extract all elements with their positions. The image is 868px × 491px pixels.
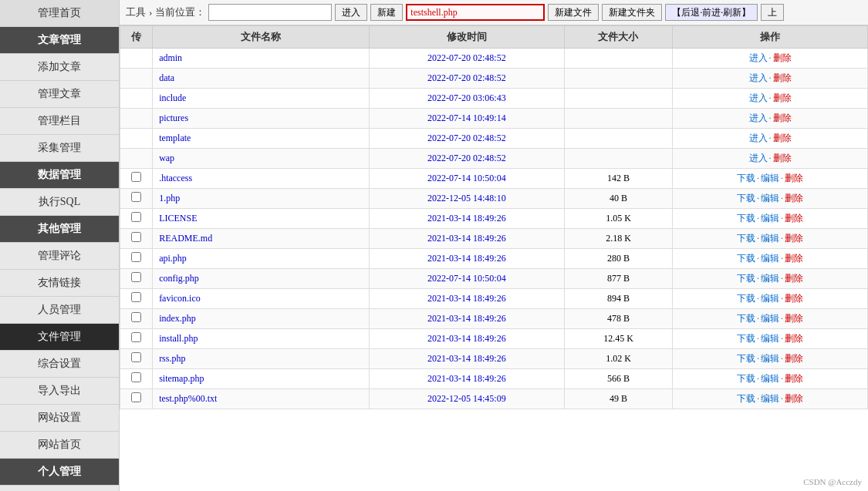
file-name-link[interactable]: include bbox=[159, 92, 186, 103]
file-name-link[interactable]: data bbox=[159, 72, 174, 83]
action-edit[interactable]: 编辑 bbox=[761, 273, 779, 284]
row-checkbox[interactable] bbox=[131, 212, 141, 222]
action-edit[interactable]: 编辑 bbox=[761, 213, 779, 224]
row-checkbox[interactable] bbox=[131, 232, 141, 242]
row-checkbox[interactable] bbox=[131, 372, 141, 382]
file-name-link[interactable]: README.md bbox=[159, 233, 212, 244]
sidebar-item-网站设置[interactable]: 网站设置 bbox=[0, 405, 119, 432]
sidebar-item-文件管理[interactable]: 文件管理 bbox=[0, 324, 119, 351]
sidebar-item-友情链接[interactable]: 友情链接 bbox=[0, 270, 119, 297]
action-edit[interactable]: 编辑 bbox=[761, 173, 779, 183]
action-edit[interactable]: 编辑 bbox=[761, 293, 779, 304]
sidebar-item-管理评论[interactable]: 管理评论 bbox=[0, 243, 119, 270]
action-delete[interactable]: 删除 bbox=[773, 92, 792, 103]
action-edit[interactable]: 编辑 bbox=[761, 193, 779, 203]
action-delete[interactable]: 删除 bbox=[785, 333, 803, 344]
file-name-link[interactable]: template bbox=[159, 133, 191, 143]
row-checkbox[interactable] bbox=[131, 292, 141, 302]
action-delete[interactable]: 删除 bbox=[785, 253, 803, 264]
new-folder-button[interactable]: 新建文件夹 bbox=[602, 4, 662, 21]
sidebar-item-管理首页[interactable]: 管理首页 bbox=[0, 0, 119, 27]
row-checkbox[interactable] bbox=[131, 332, 141, 342]
action-enter[interactable]: 进入 bbox=[749, 72, 768, 83]
sidebar-item-数据管理[interactable]: 数据管理 bbox=[0, 162, 119, 189]
action-download[interactable]: 下载 bbox=[737, 233, 755, 244]
sidebar-item-文章管理[interactable]: 文章管理 bbox=[0, 27, 119, 54]
enter-button[interactable]: 进入 bbox=[335, 4, 367, 21]
sidebar-item-个人管理[interactable]: 个人管理 bbox=[0, 459, 119, 486]
sidebar-item-其他管理[interactable]: 其他管理 bbox=[0, 216, 119, 243]
action-enter[interactable]: 进入 bbox=[749, 153, 768, 163]
action-enter[interactable]: 进入 bbox=[749, 92, 768, 103]
file-name-link[interactable]: LICENSE bbox=[159, 213, 197, 224]
action-download[interactable]: 下载 bbox=[737, 373, 755, 384]
row-checkbox[interactable] bbox=[131, 272, 141, 282]
row-checkbox[interactable] bbox=[131, 312, 141, 322]
action-download[interactable]: 下载 bbox=[737, 173, 755, 183]
file-name-link[interactable]: rss.php bbox=[159, 353, 185, 364]
action-download[interactable]: 下载 bbox=[737, 353, 755, 364]
sidebar-item-管理栏目[interactable]: 管理栏目 bbox=[0, 108, 119, 135]
file-name-link[interactable]: api.php bbox=[159, 253, 187, 264]
sidebar-item-网站首页[interactable]: 网站首页 bbox=[0, 432, 119, 459]
action-edit[interactable]: 编辑 bbox=[761, 333, 779, 344]
new-file-button[interactable]: 新建文件 bbox=[548, 4, 599, 21]
file-name-link[interactable]: pictures bbox=[159, 113, 188, 123]
action-edit[interactable]: 编辑 bbox=[761, 233, 779, 244]
action-delete[interactable]: 删除 bbox=[785, 313, 803, 324]
action-edit[interactable]: 编辑 bbox=[761, 353, 779, 364]
action-delete[interactable]: 删除 bbox=[785, 373, 803, 384]
action-delete[interactable]: 删除 bbox=[785, 233, 803, 244]
file-name-link[interactable]: wap bbox=[159, 153, 174, 163]
row-checkbox[interactable] bbox=[131, 172, 141, 182]
action-delete[interactable]: 删除 bbox=[785, 273, 803, 284]
sidebar-item-导入导出[interactable]: 导入导出 bbox=[0, 378, 119, 405]
action-delete[interactable]: 删除 bbox=[785, 193, 803, 203]
action-edit[interactable]: 编辑 bbox=[761, 373, 779, 384]
file-name-link[interactable]: test.php%00.txt bbox=[159, 393, 217, 404]
row-checkbox[interactable] bbox=[131, 392, 141, 402]
action-download[interactable]: 下载 bbox=[737, 213, 755, 224]
sidebar-item-管理文章[interactable]: 管理文章 bbox=[0, 81, 119, 108]
action-delete[interactable]: 删除 bbox=[785, 293, 803, 304]
file-name-link[interactable]: config.php bbox=[159, 273, 199, 284]
action-download[interactable]: 下载 bbox=[737, 193, 755, 203]
action-delete[interactable]: 删除 bbox=[773, 113, 792, 123]
action-download[interactable]: 下载 bbox=[737, 333, 755, 344]
action-delete[interactable]: 删除 bbox=[785, 393, 803, 404]
new-button[interactable]: 新建 bbox=[370, 4, 403, 21]
sidebar-item-添加文章[interactable]: 添加文章 bbox=[0, 54, 119, 81]
action-edit[interactable]: 编辑 bbox=[761, 253, 779, 264]
action-delete[interactable]: 删除 bbox=[785, 213, 803, 224]
back-refresh-button[interactable]: 【后退·前进·刷新】 bbox=[665, 4, 758, 21]
action-download[interactable]: 下载 bbox=[737, 273, 755, 284]
row-checkbox[interactable] bbox=[131, 252, 141, 262]
action-download[interactable]: 下载 bbox=[737, 313, 755, 324]
action-delete[interactable]: 删除 bbox=[773, 153, 792, 163]
row-checkbox[interactable] bbox=[131, 192, 141, 202]
row-checkbox[interactable] bbox=[131, 352, 141, 362]
action-delete[interactable]: 删除 bbox=[773, 72, 792, 83]
action-download[interactable]: 下载 bbox=[737, 393, 755, 404]
filename-input[interactable] bbox=[406, 4, 545, 21]
action-download[interactable]: 下载 bbox=[737, 293, 755, 304]
location-input[interactable] bbox=[208, 4, 332, 21]
action-download[interactable]: 下载 bbox=[737, 253, 755, 264]
action-delete[interactable]: 删除 bbox=[785, 353, 803, 364]
sidebar-item-综合设置[interactable]: 综合设置 bbox=[0, 351, 119, 378]
up-button[interactable]: 上 bbox=[761, 4, 784, 21]
action-enter[interactable]: 进入 bbox=[749, 133, 768, 143]
action-delete[interactable]: 删除 bbox=[773, 133, 792, 143]
file-name-link[interactable]: favicon.ico bbox=[159, 293, 201, 304]
action-enter[interactable]: 进入 bbox=[749, 113, 768, 123]
file-name-link[interactable]: install.php bbox=[159, 333, 198, 344]
action-delete[interactable]: 删除 bbox=[785, 173, 803, 183]
file-name-link[interactable]: sitemap.php bbox=[159, 373, 204, 384]
sidebar-item-账户修改[interactable]: 账户修改 bbox=[0, 486, 119, 491]
file-name-link[interactable]: 1.php bbox=[159, 193, 180, 203]
sidebar-item-执行SQL[interactable]: 执行SQL bbox=[0, 189, 119, 216]
sidebar-item-人员管理[interactable]: 人员管理 bbox=[0, 297, 119, 324]
file-name-link[interactable]: index.php bbox=[159, 313, 196, 324]
file-name-link[interactable]: .htaccess bbox=[159, 173, 192, 183]
action-enter[interactable]: 进入 bbox=[749, 52, 768, 63]
